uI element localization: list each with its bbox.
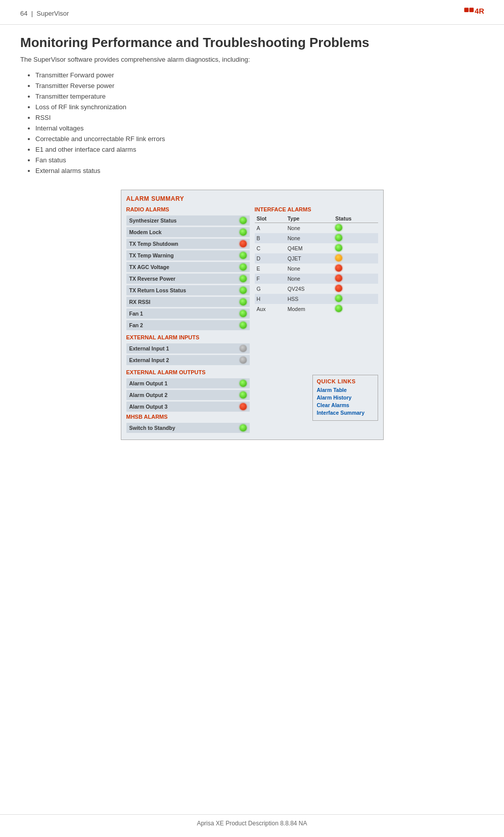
led-modem-lock	[240, 229, 247, 236]
list-item: Correctable and uncorrectable RF link er…	[35, 135, 484, 143]
col-status: Status	[333, 214, 378, 223]
quick-links-title: QUICK LINKS	[317, 378, 374, 384]
led-tx-reverse	[240, 275, 247, 282]
list-item: E1 and other interface card alarms	[35, 146, 484, 153]
mhsb-section: MHSB ALARMS Switch to Standby	[126, 414, 250, 433]
interface-alarms-column: INTERFACE ALARMS Slot Type Status A None	[255, 206, 378, 434]
logo: 4RF	[464, 6, 484, 20]
svg-text:4RF: 4RF	[475, 7, 484, 15]
led-ext-input-2	[240, 357, 247, 364]
intro-text: The SuperVisor software provides compreh…	[0, 56, 504, 63]
led-slot-c	[335, 244, 342, 251]
led-slot-a	[335, 224, 342, 231]
external-inputs-section: EXTERNAL ALARM INPUTS External Input 1 E…	[126, 334, 250, 365]
list-item: External alarms status	[35, 167, 484, 174]
led-alarm-out-1	[240, 380, 247, 387]
led-slot-e	[335, 265, 342, 272]
alarm-row-tx-return-loss: TX Return Loss Status	[126, 285, 250, 295]
alarm-row-fan2: Fan 2	[126, 320, 250, 330]
quick-link-interface-summary[interactable]: Interface Summary	[317, 410, 374, 416]
alarm-summary-title: ALARM SUMMARY	[126, 195, 378, 202]
list-item: Transmitter Forward power	[35, 71, 484, 79]
page-title: Monitoring Performance and Troubleshooti…	[0, 35, 504, 51]
alarm-row-alarm-out-3: Alarm Output 3	[126, 402, 250, 412]
led-slot-g	[335, 285, 342, 292]
alarm-row-ext-input-2: External Input 2	[126, 355, 250, 365]
quick-links-box: QUICK LINKS Alarm Table Alarm History Cl…	[312, 375, 378, 421]
radio-alarms-column: RADIO ALARMS Synthesizer Status Modem Lo…	[126, 206, 250, 434]
led-tx-return-loss	[240, 287, 247, 294]
interface-alarms-title: INTERFACE ALARMS	[255, 206, 378, 212]
alarm-row-ext-input-1: External Input 1	[126, 343, 250, 354]
alarm-diagram: ALARM SUMMARY RADIO ALARMS Synthesizer S…	[0, 190, 504, 440]
radio-alarms-title: RADIO ALARMS	[126, 206, 250, 212]
interface-row-aux: Aux Modem	[255, 304, 378, 314]
list-item: Loss of RF link synchronization	[35, 103, 484, 111]
quick-link-clear-alarms[interactable]: Clear Alarms	[317, 402, 374, 408]
alarm-row-alarm-out-1: Alarm Output 1	[126, 378, 250, 388]
led-fan2	[240, 322, 247, 329]
interface-row-b: B None	[255, 233, 378, 243]
external-inputs-title: EXTERNAL ALARM INPUTS	[126, 334, 250, 340]
led-slot-aux	[335, 305, 342, 312]
alarm-row-rx-rssi: RX RSSI	[126, 297, 250, 307]
mhsb-title: MHSB ALARMS	[126, 414, 250, 420]
led-tx-temp-warning	[240, 252, 247, 259]
interface-row-c: C Q4EM	[255, 243, 378, 253]
quick-link-alarm-table[interactable]: Alarm Table	[317, 387, 374, 393]
led-synthesizer	[240, 217, 247, 224]
interface-row-d: D QJET	[255, 253, 378, 263]
list-item: RSSI	[35, 114, 484, 121]
led-alarm-out-2	[240, 391, 247, 399]
interface-row-g: G QV24S	[255, 284, 378, 294]
alarm-row-switch-standby: Switch to Standby	[126, 423, 250, 433]
interface-row-a: A None	[255, 223, 378, 234]
interface-row-h: H HSS	[255, 294, 378, 304]
alarm-row-tx-agc: TX AGC Voltage	[126, 262, 250, 272]
page-header: 64 | SuperVisor 4RF	[0, 0, 504, 25]
alarm-row-modem-lock: Modem Lock	[126, 227, 250, 237]
feature-list: Transmitter Forward power Transmitter Re…	[0, 71, 504, 174]
page-footer: Aprisa XE Product Description 8.8.84 NA	[0, 814, 504, 827]
col-slot: Slot	[255, 214, 286, 223]
interface-row-e: E None	[255, 263, 378, 274]
led-slot-d	[335, 254, 342, 261]
external-outputs-title: EXTERNAL ALARM OUTPUTS	[126, 369, 250, 375]
alarm-row-tx-temp-warning: TX Temp Warning	[126, 250, 250, 260]
led-alarm-out-3	[240, 403, 247, 410]
alarm-summary-box: ALARM SUMMARY RADIO ALARMS Synthesizer S…	[121, 190, 384, 440]
alarm-row-synthesizer: Synthesizer Status	[126, 215, 250, 226]
led-fan1	[240, 310, 247, 317]
4rf-logo-icon: 4RF	[464, 6, 484, 20]
external-outputs-section: EXTERNAL ALARM OUTPUTS Alarm Output 1 Al…	[126, 369, 250, 412]
led-tx-temp-shutdown	[240, 240, 247, 247]
list-item: Fan status	[35, 156, 484, 164]
col-type: Type	[286, 214, 334, 223]
led-rx-rssi	[240, 298, 247, 305]
list-item: Internal voltages	[35, 124, 484, 132]
led-slot-h	[335, 295, 342, 302]
led-slot-b	[335, 234, 342, 241]
led-tx-agc	[240, 263, 247, 271]
page-number: 64 | SuperVisor	[20, 10, 69, 17]
interface-row-f: F None	[255, 274, 378, 284]
alarm-row-tx-reverse: TX Reverse Power	[126, 274, 250, 284]
alarm-row-alarm-out-2: Alarm Output 2	[126, 390, 250, 400]
list-item: Transmitter temperature	[35, 93, 484, 100]
led-switch-standby	[240, 424, 247, 431]
interface-table: Slot Type Status A None B N	[255, 214, 378, 314]
svg-rect-1	[464, 8, 469, 12]
list-item: Transmitter Reverse power	[35, 82, 484, 90]
footer-text: Aprisa XE Product Description 8.8.84 NA	[197, 820, 307, 827]
alarm-row-tx-temp-shutdown: TX Temp Shutdown	[126, 239, 250, 249]
led-ext-input-1	[240, 345, 247, 352]
quick-link-alarm-history[interactable]: Alarm History	[317, 394, 374, 401]
alarm-row-fan1: Fan 1	[126, 309, 250, 319]
led-slot-f	[335, 275, 342, 282]
svg-rect-2	[469, 8, 474, 12]
